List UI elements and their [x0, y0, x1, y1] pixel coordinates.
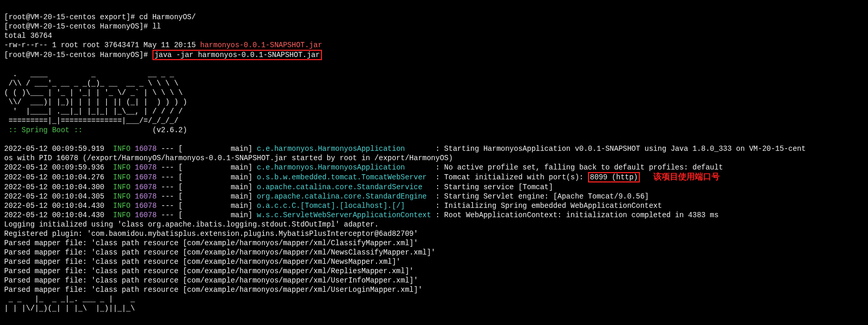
log-logger: o.a.c.c.C.[Tomcat].[localhost].[/] [257, 202, 431, 210]
log-logger: c.e.harmonyos.HarmonyosApplication [257, 163, 431, 172]
log-thread: main [231, 211, 248, 219]
log-ts: 2022-05-12 00:10:04.430 [4, 211, 104, 219]
log-logger: org.apache.catalina.core.StandardEngine [257, 192, 431, 201]
log-msg: : Tomcat initialized with port(s): [436, 173, 588, 181]
cmd-java-jar-highlight: java -jar harmonyos-0.0.1-SNAPSHOT.jar [152, 50, 322, 60]
plain-log: Parsed mapper file: 'class path resource… [4, 258, 401, 266]
cmd-java-jar: java -jar harmonyos-0.0.1-SNAPSHOT.jar [155, 51, 320, 59]
log-pid: 16078 [135, 145, 157, 153]
log-level: INFO [113, 163, 131, 172]
prompt-1: [root@VM-20-15-centos export]# [4, 13, 139, 21]
log-thread: main [231, 183, 248, 191]
log-thread: main [231, 192, 248, 201]
plain-log: Parsed mapper file: 'class path resource… [4, 248, 436, 257]
mybatis-banner-l2: | | |\/|_)(_| | |_\ |_)||_|_\ [4, 304, 139, 313]
log-logger: w.s.c.ServletWebServerApplicationContext [257, 211, 431, 219]
spring-boot-version: (v2.6.2) [152, 126, 187, 134]
cmd-ll: ll [152, 22, 161, 31]
port-annotation: 该项目使用端口号 [653, 172, 720, 181]
spring-boot-label: :: Spring Boot :: [4, 126, 87, 134]
log-thread: main [231, 202, 248, 210]
spring-banner-l1: . ____ _ __ _ _ [4, 70, 174, 78]
log-msg: : Starting HarmonyosApplication v0.0.1-S… [436, 145, 806, 153]
log-level: INFO [113, 145, 131, 153]
log-level: INFO [113, 173, 131, 181]
log-cont: os with PID 16078 (/export/HarmonyOS/har… [4, 154, 453, 162]
log-ts: 2022-05-12 00:09:59.919 [4, 145, 104, 153]
plain-log: Parsed mapper file: 'class path resource… [4, 267, 414, 275]
ls-line-prefix: -rw-r--r-- 1 root root 37643471 May 11 2… [4, 41, 200, 49]
log-thread: main [231, 173, 248, 181]
plain-log: Parsed mapper file: 'class path resource… [4, 239, 418, 247]
port-value: 8099 (http) [590, 173, 638, 181]
spring-banner-l6: =========|_|==============|___/=/_/_/_/ [4, 117, 178, 125]
spring-boot-spacer [87, 126, 152, 134]
log-pid: 16078 [135, 183, 157, 191]
ls-filename: harmonyos-0.0.1-SNAPSHOT.jar [200, 41, 322, 49]
spring-banner-l5: ' |____| .__|_| |_|_| |_\__, | / / / / [4, 107, 183, 116]
log-level: INFO [113, 211, 131, 219]
log-msg: : No active profile set, falling back to… [436, 163, 723, 172]
log-msg: : Initializing Spring embedded WebApplic… [436, 202, 662, 210]
log-pid: 16078 [135, 202, 157, 210]
log-msg: : Starting Servlet engine: [Apache Tomca… [436, 192, 649, 201]
log-ts: 2022-05-12 00:10:04.305 [4, 192, 104, 201]
log-pid: 16078 [135, 192, 157, 201]
log-logger: c.e.harmonyos.HarmonyosApplication [257, 145, 431, 153]
log-msg: : Root WebApplicationContext: initializa… [436, 211, 719, 219]
plain-log: Parsed mapper file: 'class path resource… [4, 276, 418, 285]
ls-total: total 36764 [4, 32, 52, 40]
log-level: INFO [113, 183, 131, 191]
plain-log: Logging initialized using 'class org.apa… [4, 220, 379, 229]
spring-banner-l2: /\\ / ___'_ __ _ _(_)_ __ __ _ \ \ \ \ [4, 79, 178, 88]
cmd-cd: cd HarmonyOS/ [139, 13, 195, 21]
port-highlight: 8099 (http) [588, 172, 640, 182]
spring-banner-l3: ( ( )\___ | '_ | '_| | '_ \/ _` | \ \ \ … [4, 89, 183, 97]
terminal[interactable]: [root@VM-20-15-centos export]# cd Harmon… [0, 0, 868, 316]
log-pid: 16078 [135, 163, 157, 172]
plain-log: Registered plugin: 'com.baomidou.mybatis… [4, 230, 418, 238]
log-logger: o.apache.catalina.core.StandardService [257, 183, 431, 191]
log-level: INFO [113, 192, 131, 201]
log-logger: o.s.b.w.embedded.tomcat.TomcatWebServer [257, 173, 431, 181]
spring-banner-l4: \\/ ___)| |_)| | | | | || (_| | ) ) ) ) [4, 98, 187, 106]
log-pid: 16078 [135, 211, 157, 219]
plain-log: Parsed mapper file: 'class path resource… [4, 286, 423, 294]
prompt-3: [root@VM-20-15-centos HarmonyOS]# [4, 51, 152, 59]
log-ts: 2022-05-12 00:10:04.300 [4, 183, 104, 191]
log-level: INFO [113, 202, 131, 210]
log-thread: main [231, 163, 248, 172]
log-ts: 2022-05-12 00:10:04.276 [4, 173, 104, 181]
log-msg: : Starting service [Tomcat] [436, 183, 553, 191]
log-pid: 16078 [135, 173, 157, 181]
log-thread: main [231, 145, 248, 153]
mybatis-banner-l1: _ _ |_ _ _|_. ___ _ | _ [4, 295, 139, 303]
log-ts: 2022-05-12 00:09:59.936 [4, 163, 104, 172]
prompt-2: [root@VM-20-15-centos HarmonyOS]# [4, 22, 152, 31]
log-ts: 2022-05-12 00:10:04.430 [4, 202, 104, 210]
